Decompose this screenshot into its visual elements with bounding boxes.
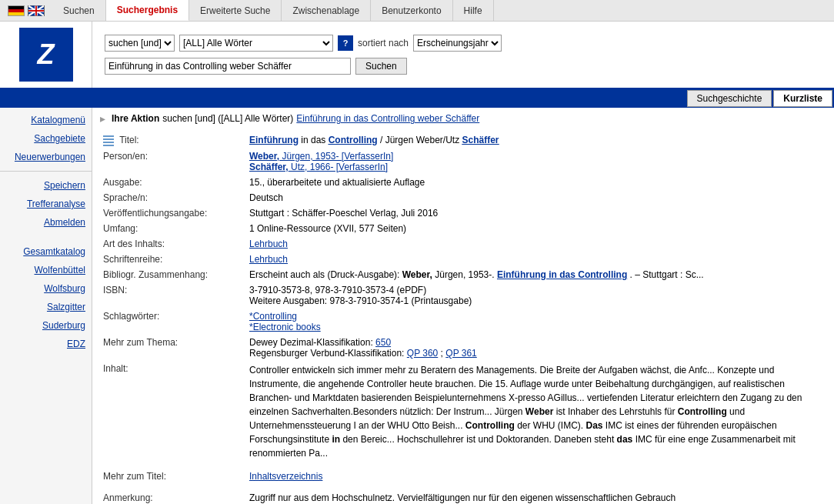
tab-zwischenablage[interactable]: Zwischenablage	[282, 0, 371, 21]
sidebar-item-trefferanalyse[interactable]: Trefferanalyse	[0, 195, 92, 213]
nav-tabs: Suchen Suchergebnis Erweiterte Suche Zwi…	[52, 0, 494, 21]
blue-bar: Suchgeschichte Kurzliste	[0, 89, 834, 108]
row-ausgabe: Ausgabe: 15., überarbeitete und aktualis…	[100, 175, 826, 190]
label-anmerkung: Anmerkung:	[100, 490, 246, 504]
sidebar-item-sachgebiete[interactable]: Sachgebiete	[0, 129, 92, 148]
row-inhalt: Inhalt: Controller entwickeln sich immer…	[100, 361, 826, 462]
sidebar-item-suderburg[interactable]: Suderburg	[0, 316, 92, 335]
detail-table: Titel: Einführung in das Controlling / J…	[100, 132, 826, 504]
header: suchen [und] [ALL] Alle Wörter ? sortier…	[0, 22, 834, 89]
label-veroeffentlichung: Veröffentlichungsangabe:	[100, 205, 246, 221]
tab-erweiterte[interactable]: Erweiterte Suche	[189, 0, 282, 21]
sidebar-item-speichern[interactable]: Speichern	[0, 176, 92, 195]
row-art: Art des Inhalts: Lehrbuch	[100, 236, 826, 252]
flag-german[interactable]	[8, 5, 25, 16]
sidebar-item-edz[interactable]: EDZ	[0, 335, 92, 353]
row-isbn: ISBN: 3-7910-3573-8, 978-3-7910-3573-4 (…	[100, 282, 826, 309]
title-controlling-link[interactable]: Controlling	[329, 135, 378, 145]
language-flags	[0, 5, 52, 16]
title-schaeffer-link[interactable]: Schäffer	[462, 135, 499, 145]
person2-link[interactable]: Schäffer, Utz, 1966- [VerfasserIn]	[249, 162, 388, 172]
sidebar-item-gesamtkatalog[interactable]: Gesamtkatalog	[0, 242, 92, 261]
value-schriftenreihe: Lehrbuch	[246, 252, 826, 267]
row-anmerkung: Anmerkung: Zugriff nur aus dem Hochschul…	[100, 490, 826, 504]
logo-area	[0, 22, 92, 88]
row-veroeffentlichung: Veröffentlichungsangabe: Stuttgart : Sch…	[100, 205, 826, 221]
row-umfang: Umfang: 1 Online-Ressource (XVII, 577 Se…	[100, 221, 826, 236]
search-mode-select[interactable]: suchen [und]	[105, 35, 175, 52]
row-mehr-thema: Mehr zum Thema: Dewey Dezimal-Klassifika…	[100, 335, 826, 361]
label-art: Art des Inhalts:	[100, 236, 246, 252]
label-sprache: Sprache/n:	[100, 190, 246, 205]
art-link[interactable]: Lehrbuch	[249, 239, 288, 249]
sidebar-item-wolfenbuettel[interactable]: Wolfenbüttel	[0, 261, 92, 279]
row-bibliogr: Bibliogr. Zusammenhang: Erscheint auch a…	[100, 267, 826, 282]
kurzliste-button[interactable]: Kurzliste	[773, 90, 832, 107]
schlagwort1-link[interactable]: *Controlling	[249, 311, 297, 322]
flag-english[interactable]	[28, 5, 45, 16]
label-schlagwoerter: Schlagwörter:	[100, 309, 246, 335]
sidebar-divider-1	[0, 171, 92, 172]
inhaltsverzeichnis-link[interactable]: Inhaltsverzeichnis	[249, 471, 322, 482]
action-prefix: Ihre Aktion	[112, 113, 159, 124]
content-area: ▸ Ihre Aktion suchen [und] ([ALL] Alle W…	[92, 108, 834, 504]
row-schlagwoerter: Schlagwörter: *Controlling *Electronic b…	[100, 309, 826, 335]
title-icon	[103, 135, 114, 146]
label-bibliogr: Bibliogr. Zusammenhang:	[100, 267, 246, 282]
row-person: Person/en: Weber, Jürgen, 1953- [Verfass…	[100, 149, 826, 175]
label-umfang: Umfang:	[100, 221, 246, 236]
value-umfang: 1 Online-Ressource (XVII, 577 Seiten)	[246, 221, 826, 236]
sidebar-item-wolfsburg[interactable]: Wolfsburg	[0, 279, 92, 298]
sidebar-item-katalogmenu[interactable]: Katalogmenü	[0, 111, 92, 129]
action-line: ▸ Ihre Aktion suchen [und] ([ALL] Alle W…	[100, 112, 826, 125]
value-veroeffentlichung: Stuttgart : Schäffer-Poeschel Verlag, Ju…	[246, 205, 826, 221]
label-schriftenreihe: Schriftenreihe:	[100, 252, 246, 267]
schriftenreihe-link[interactable]: Lehrbuch	[249, 254, 288, 265]
value-person: Weber, Jürgen, 1953- [VerfasserIn] Schäf…	[246, 149, 826, 175]
search-row-1: suchen [und] [ALL] Alle Wörter ? sortier…	[105, 35, 822, 52]
label-mehr-titel: Mehr zum Titel:	[100, 469, 246, 484]
sidebar-group-libraries: Gesamtkatalog Wolfenbüttel Wolfsburg Sal…	[0, 242, 92, 353]
value-sprache: Deutsch	[246, 190, 826, 205]
label-isbn: ISBN:	[100, 282, 246, 309]
row-schriftenreihe: Schriftenreihe: Lehrbuch	[100, 252, 826, 267]
svg-rect-6	[28, 10, 44, 12]
tab-benutzerkonto[interactable]: Benutzerkonto	[371, 0, 452, 21]
bibliogr-title-link[interactable]: Einführung in das Controlling	[497, 269, 627, 280]
logo	[19, 28, 73, 82]
qp361-link[interactable]: QP 361	[445, 348, 476, 359]
sidebar-item-neuerwerbungen[interactable]: Neuerwerbungen	[0, 148, 92, 166]
label-inhalt: Inhalt:	[100, 361, 246, 462]
title-intro-link[interactable]: Einführung	[249, 135, 299, 145]
value-schlagwoerter: *Controlling *Electronic books	[246, 309, 826, 335]
row-titel: Titel: Einführung in das Controlling / J…	[100, 132, 826, 149]
person1-link[interactable]: Weber, Jürgen, 1953- [VerfasserIn]	[249, 151, 393, 162]
qp360-link[interactable]: QP 360	[407, 348, 438, 359]
search-input[interactable]	[105, 58, 351, 75]
top-navigation: Suchen Suchergebnis Erweiterte Suche Zwi…	[0, 0, 834, 22]
search-field-select[interactable]: [ALL] Alle Wörter	[179, 35, 333, 52]
tab-suchen[interactable]: Suchen	[52, 0, 106, 21]
value-mehr-thema: Dewey Dezimal-Klassifikation: 650 Regens…	[246, 335, 826, 361]
label-mehr-thema: Mehr zum Thema:	[100, 335, 246, 361]
search-area: suchen [und] [ALL] Alle Wörter ? sortier…	[92, 22, 834, 88]
sidebar-item-salzgitter[interactable]: Salzgitter	[0, 298, 92, 316]
sort-select[interactable]: Erscheinungsjahr	[413, 35, 502, 52]
search-button[interactable]: Suchen	[355, 58, 407, 75]
action-query-link[interactable]: Einführung in das Controlling weber Schä…	[296, 113, 479, 124]
sidebar: Katalogmenü Sachgebiete Neuerwerbungen S…	[0, 108, 92, 504]
tab-hilfe[interactable]: Hilfe	[453, 0, 494, 21]
value-mehr-titel: Inhaltsverzeichnis	[246, 469, 826, 484]
label-person: Person/en:	[100, 149, 246, 175]
row-sep1	[100, 462, 826, 469]
suchgeschichte-button[interactable]: Suchgeschichte	[687, 90, 772, 107]
schlagwort2-link[interactable]: *Electronic books	[249, 322, 321, 332]
action-desc: suchen [und] ([ALL] Alle Wörter)	[162, 113, 293, 124]
value-titel: Einführung in das Controlling / Jürgen W…	[246, 132, 826, 149]
sidebar-item-abmelden[interactable]: Abmelden	[0, 213, 92, 232]
tab-suchergebnis[interactable]: Suchergebnis	[106, 0, 189, 21]
search-row-2: Suchen	[105, 58, 822, 75]
dewey-link[interactable]: 650	[375, 337, 391, 348]
help-button[interactable]: ?	[338, 35, 353, 51]
row-mehr-titel: Mehr zum Titel: Inhaltsverzeichnis	[100, 469, 826, 484]
